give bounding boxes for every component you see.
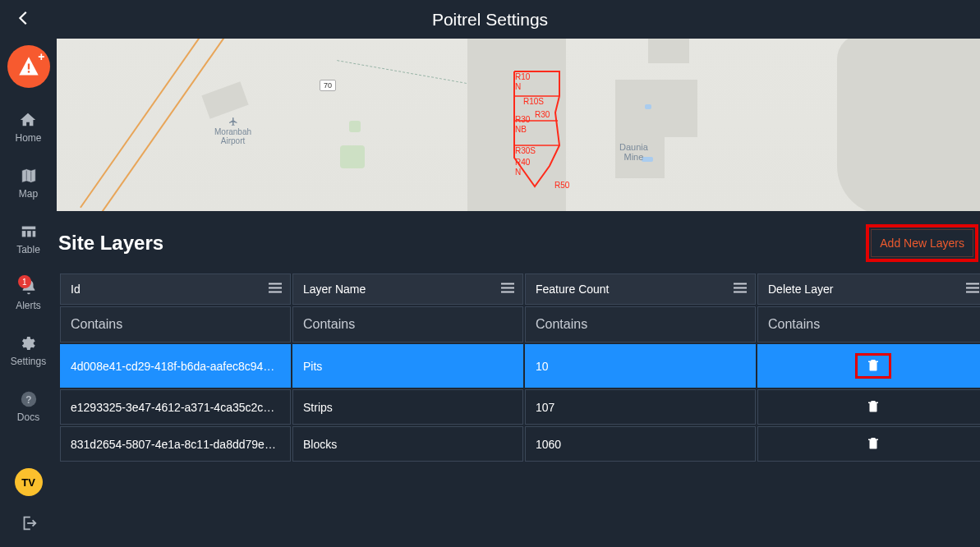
page-title: Poitrel Settings	[432, 10, 548, 30]
svg-rect-3	[21, 231, 25, 237]
trash-icon[interactable]	[866, 361, 881, 375]
cell-name: Blocks	[292, 426, 523, 462]
sidebar: + Home Map Table 1 Alerts Settings ? Doc…	[0, 39, 57, 547]
cell-name: Pits	[292, 344, 523, 388]
hamburger-icon[interactable]	[501, 283, 514, 296]
top-header: Poitrel Settings	[0, 0, 980, 39]
sidebar-item-map[interactable]: Map	[19, 167, 38, 200]
svg-rect-19	[734, 292, 747, 293]
col-header-count[interactable]: Feature Count	[525, 274, 756, 305]
cell-count: 10	[525, 344, 756, 388]
logout-icon[interactable]	[20, 514, 38, 536]
cell-delete	[757, 344, 980, 388]
svg-rect-11	[269, 283, 282, 285]
svg-rect-0	[27, 64, 29, 70]
table-header-row: Id Layer Name Feature Count	[60, 274, 980, 305]
trash-highlight	[855, 353, 891, 379]
trash-icon[interactable]	[866, 439, 881, 453]
filter-input-name[interactable]: Contains	[292, 306, 523, 342]
new-alert-button[interactable]: +	[7, 45, 50, 88]
map-preview[interactable]: 70 MoranbahAirport DauniaMine R10 N R10S…	[57, 39, 980, 211]
sidebar-item-label: Home	[15, 132, 41, 144]
svg-rect-4	[27, 231, 31, 237]
map-label-mine: DauniaMine	[619, 142, 648, 162]
section-title: Site Layers	[58, 232, 163, 255]
cell-delete	[757, 426, 980, 462]
sidebar-item-label: Map	[19, 188, 38, 200]
filter-input-count[interactable]: Contains	[525, 306, 756, 342]
sidebar-item-label: Table	[16, 244, 40, 255]
col-header-delete[interactable]: Delete Layer	[757, 274, 980, 305]
svg-rect-20	[966, 283, 979, 285]
sidebar-item-label: Docs	[17, 411, 39, 423]
section-header: Site Layers Add New Layers	[57, 211, 980, 272]
svg-rect-12	[269, 287, 282, 289]
svg-rect-16	[501, 292, 514, 293]
add-button-highlight: Add New Layers	[866, 224, 978, 262]
svg-rect-22	[966, 292, 979, 293]
svg-text:?: ?	[25, 394, 31, 406]
svg-rect-5	[32, 231, 35, 237]
cell-id: 4d008e41-cd29-418f-b6da-aafec8c943…	[60, 344, 291, 388]
plus-icon: +	[38, 50, 44, 63]
hamburger-icon[interactable]	[734, 283, 747, 296]
table-filter-row: Contains Contains Contains Contains	[60, 306, 980, 342]
sidebar-item-table[interactable]: Table	[16, 223, 40, 255]
svg-rect-21	[966, 287, 979, 289]
add-new-layers-button[interactable]: Add New Layers	[871, 229, 973, 257]
hamburger-icon[interactable]	[269, 283, 282, 296]
sidebar-item-settings[interactable]: Settings	[11, 334, 46, 367]
table-row[interactable]: e1293325-3e47-4612-a371-4ca35c2c8…Strips…	[60, 389, 980, 425]
svg-rect-15	[501, 287, 514, 289]
col-header-id[interactable]: Id	[60, 274, 291, 305]
avatar[interactable]: TV	[15, 468, 43, 496]
svg-rect-17	[734, 283, 747, 285]
table-row[interactable]: 4d008e41-cd29-418f-b6da-aafec8c943…Pits1…	[60, 344, 980, 388]
cell-count: 1060	[525, 426, 756, 462]
sidebar-item-home[interactable]: Home	[15, 111, 41, 144]
svg-rect-14	[501, 283, 514, 285]
filter-input-id[interactable]: Contains	[60, 306, 291, 342]
col-header-name[interactable]: Layer Name	[292, 274, 523, 305]
cell-id: e1293325-3e47-4612-a371-4ca35c2c8…	[60, 389, 291, 425]
sidebar-item-docs[interactable]: ? Docs	[17, 390, 39, 423]
back-arrow-icon[interactable]	[15, 9, 33, 30]
sidebar-item-alerts[interactable]: 1 Alerts	[16, 278, 41, 311]
map-label-airport: MoranbahAirport	[214, 117, 251, 145]
svg-rect-13	[269, 292, 282, 293]
sidebar-item-label: Alerts	[16, 300, 41, 311]
alerts-badge: 1	[18, 275, 31, 288]
cell-name: Strips	[292, 389, 523, 425]
cell-delete	[757, 389, 980, 425]
sidebar-item-label: Settings	[11, 356, 46, 367]
trash-icon[interactable]	[866, 402, 881, 416]
cell-id: 831d2654-5807-4e1a-8c11-da8dd79ea…	[60, 426, 291, 462]
table-row[interactable]: 831d2654-5807-4e1a-8c11-da8dd79ea…Blocks…	[60, 426, 980, 462]
svg-rect-2	[21, 227, 35, 230]
svg-rect-18	[734, 287, 747, 289]
hamburger-icon[interactable]	[966, 283, 979, 296]
route-badge: 70	[320, 80, 336, 91]
svg-rect-1	[27, 71, 29, 72]
cell-count: 107	[525, 389, 756, 425]
main-content: 70 MoranbahAirport DauniaMine R10 N R10S…	[57, 39, 980, 547]
filter-input-delete[interactable]: Contains	[757, 306, 980, 342]
layers-table: Id Layer Name Feature Count	[57, 272, 980, 463]
